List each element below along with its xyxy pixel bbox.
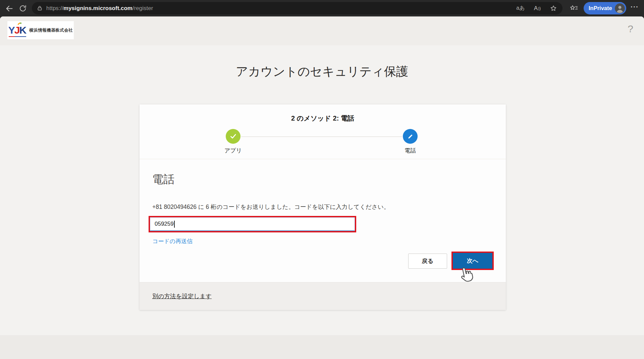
refresh-icon[interactable]	[18, 4, 28, 13]
lock-icon	[37, 5, 43, 11]
settings-menu-icon[interactable]: ···	[631, 3, 639, 11]
code-value: 059259	[155, 221, 174, 227]
address-bar[interactable]: https://mysignins.microsoft.com/register…	[32, 2, 562, 14]
site-header: YJK 横浜情報機器株式会社 ?	[0, 16, 644, 45]
url-scheme: https://	[46, 5, 63, 11]
logo-tagline-bar	[9, 36, 26, 37]
page-title: アカウントのセキュリティ保護	[0, 63, 644, 80]
inprivate-label: InPrivate	[589, 5, 612, 11]
step-app: アプリ	[213, 129, 253, 154]
progress-connector	[241, 136, 402, 137]
translate-icon[interactable]: aあ	[516, 5, 525, 12]
company-name: 横浜情報機器株式会社	[29, 28, 73, 33]
annotation-box-input: 059259	[149, 216, 356, 232]
web-page: YJK 横浜情報機器株式会社 ? アカウントのセキュリティ保護 2 のメソッド …	[0, 16, 644, 359]
phone-verification-section: 電話 +81 8020494626 に 6 桁のコードをお送りしました。コードを…	[140, 159, 506, 282]
instruction-text: +81 8020494626 に 6 桁のコードをお送りしました。コードを以下に…	[152, 203, 389, 211]
url-domain: mysignins.microsoft.com	[63, 5, 132, 11]
section-heading: 電話	[152, 172, 174, 187]
back-icon[interactable]	[4, 4, 14, 13]
browser-toolbar: https://mysignins.microsoft.com/register…	[0, 0, 644, 16]
screen: https://mysignins.microsoft.com/register…	[0, 0, 644, 359]
wizard-step-header: 2 のメソッド 2: 電話	[140, 104, 506, 123]
url-text: https://mysignins.microsoft.com/register	[46, 5, 153, 12]
favorites-star-icon[interactable]	[550, 5, 557, 12]
url-path: /register	[132, 5, 153, 11]
text-caret	[174, 221, 175, 228]
inprivate-badge[interactable]: InPrivate	[584, 2, 626, 14]
company-logo[interactable]: YJK 横浜情報機器株式会社	[7, 21, 74, 39]
avatar[interactable]	[615, 3, 625, 13]
collections-icon[interactable]	[570, 4, 578, 12]
wizard-progress: 2 のメソッド 2: 電話 アプリ 電話	[140, 104, 506, 159]
resend-code-link[interactable]: コードの再送信	[152, 237, 193, 245]
logo-yjk: YJK	[8, 25, 26, 35]
back-button[interactable]: 戻る	[408, 254, 447, 269]
step-phone: 電話	[390, 129, 430, 154]
check-icon	[226, 129, 240, 144]
read-aloud-icon[interactable]: A	[534, 5, 541, 12]
step-phone-label: 電話	[390, 147, 430, 154]
step-app-label: アプリ	[213, 147, 253, 154]
help-icon[interactable]: ?	[628, 23, 633, 35]
security-setup-card: 2 のメソッド 2: 電話 アプリ 電話 電話 +81 802049	[140, 104, 506, 310]
alternative-method-link[interactable]: 別の方法を設定します	[152, 292, 212, 300]
pencil-icon	[403, 129, 418, 144]
verification-code-input[interactable]: 059259	[150, 217, 355, 231]
card-footer: 別の方法を設定します	[140, 282, 506, 310]
page-footer-strip	[0, 335, 644, 359]
